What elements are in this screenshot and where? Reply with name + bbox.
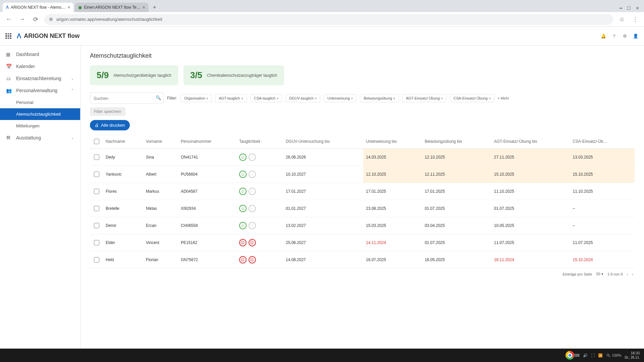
new-tab-button[interactable]: + [150, 3, 159, 12]
browser-tab-inactive[interactable]: ▣ Einen ARIGON NEXT flow Te… × [75, 3, 148, 12]
filter-chip[interactable]: AGT-Einsatz/-Übung▾ [402, 94, 446, 102]
bookmark-icon[interactable]: ☆ [617, 15, 627, 24]
wifi-icon[interactable]: 📶 [598, 353, 603, 358]
os-taskbar: ⌨ 🔊 ⛶ 📶 🔌 100% 16:31Di., 26.11. [0, 349, 644, 362]
notifications-icon[interactable]: 🔔 [600, 33, 606, 39]
filter-chip[interactable]: Belastungsübung▾ [360, 94, 399, 102]
row-checkbox[interactable] [94, 155, 99, 160]
cell-belastung: 12.11.2025 [422, 166, 491, 183]
browser-tab-active[interactable]: Λ ARIGON NEXT flow - Atems… × [3, 3, 73, 12]
tauglichkeit-badge-icon: ☺ [239, 222, 247, 229]
print-all-button[interactable]: 🖨 Alle drucken [90, 120, 130, 130]
sidebar-item-label: Mitteilungen [16, 123, 40, 128]
fullscreen-icon[interactable]: ⛶ [591, 353, 595, 357]
extensions-icon[interactable]: ⋮ [631, 15, 640, 24]
reload-button[interactable]: ⟳ [31, 15, 40, 24]
button-label: Alle drucken [101, 123, 125, 128]
filter-chip[interactable]: DGUV-tauglich▾ [285, 94, 320, 102]
help-icon[interactable]: ? [611, 33, 617, 39]
sidebar-item-mitteilungen[interactable]: Mitteilungen [0, 120, 80, 132]
select-all-checkbox[interactable] [94, 139, 99, 144]
row-checkbox[interactable] [94, 189, 99, 194]
page-size-select[interactable]: 50 ▾ [596, 272, 603, 276]
chevron-down-icon: ▾ [489, 97, 491, 100]
main-content: Atemschutztauglichkeit 5/9 Atemschutzger… [80, 46, 644, 362]
chevron-down-icon: ▾ [441, 97, 443, 100]
col-unterweisung[interactable]: Unterweisung bis [363, 134, 422, 149]
col-personalnummer[interactable]: Personalnummer [178, 134, 236, 149]
col-agt-einsatz[interactable]: AGT-Einsatz/-Übung bis [491, 134, 570, 149]
pager-prev-icon[interactable]: ‹ [627, 272, 628, 276]
more-filters[interactable]: + Mehr [498, 96, 509, 100]
cell-vorname: Niklas [143, 200, 178, 217]
sidebar-item-personal[interactable]: Personal [0, 97, 80, 108]
col-belastung[interactable]: Belastungsübung bis [422, 134, 491, 149]
battery-status[interactable]: 🔌 100% [606, 353, 621, 358]
keyboard-icon[interactable]: ⌨ [574, 353, 580, 358]
close-window-icon[interactable]: ✕ [636, 6, 639, 11]
table-row[interactable]: DemirErcanCH06558☺○13.02.202715.03.20250… [90, 217, 635, 234]
search-icon[interactable]: 🔍 [156, 95, 161, 100]
row-checkbox[interactable] [94, 240, 99, 245]
table-row[interactable]: FloresMarkusAD04587☺○17.01.202717.01.202… [90, 183, 635, 200]
cell-nachname: Flores [103, 183, 143, 200]
browser-tab-strip: Λ ARIGON NEXT flow - Atems… × ▣ Einen AR… [0, 0, 644, 12]
pager-label: Einträge pro Seite [562, 272, 592, 276]
filter-chip[interactable]: CSA-tauglich▾ [250, 94, 282, 102]
cell-dguv: 17.01.2027 [283, 183, 363, 200]
row-checkbox[interactable] [94, 223, 99, 228]
cell-tauglichkeit: ☺○ [236, 166, 283, 183]
sidebar-item-atemschutztauglichkeit[interactable]: Atemschutztauglichkeit [0, 108, 80, 120]
filter-chip[interactable]: AGT-tauglich▾ [215, 94, 247, 102]
sidebar-item-kalender[interactable]: 📅 Kalender [0, 60, 80, 72]
sidebar-item-ausstattung[interactable]: 🛠 Ausstattung ⌄ [0, 132, 80, 144]
table-row[interactable]: YankovicAlbertPU56604☺○10.10.202712.10.2… [90, 166, 635, 183]
minimize-icon[interactable]: ━ [620, 6, 622, 11]
clock[interactable]: 16:31Di., 26.11. [625, 351, 640, 360]
cell-personalnummer: ON41741 [178, 149, 236, 166]
col-tauglichkeit[interactable]: Tauglichkeit↓ [236, 134, 283, 149]
cell-agt-einsatz: 15.10.2025 [491, 166, 570, 183]
cell-personalnummer: CH06558 [178, 217, 236, 234]
sidebar-item-dashboard[interactable]: ▦ Dashboard [0, 48, 80, 60]
app-logo[interactable]: Λ ARIGON NEXT flow [17, 32, 79, 40]
sidebar-item-label: Kalender [16, 64, 35, 69]
col-nachname[interactable]: Nachname [103, 134, 143, 149]
table-row[interactable]: BretelleNiklasXI92934☺○01.01.202723.08.2… [90, 200, 635, 217]
close-tab-icon[interactable]: × [67, 5, 70, 10]
site-settings-icon[interactable]: ⚙ [49, 17, 53, 22]
forward-button[interactable]: → [17, 15, 27, 24]
sidebar-item-personalverwaltung[interactable]: 👥 Personalverwaltung ⌃ [0, 84, 80, 97]
cell-belastung: 01.07.2025 [422, 200, 491, 217]
table-row[interactable]: ElderVincentPE15162☹☹25.06.202714.11.202… [90, 234, 635, 251]
col-dguv[interactable]: DGUV-Untersuchung bis [283, 134, 363, 149]
row-checkbox[interactable] [94, 206, 99, 211]
table-row[interactable]: DedySinaON41741☺○26.06.202614.03.202512.… [90, 149, 635, 166]
row-checkbox[interactable] [94, 257, 99, 262]
settings-icon[interactable]: ⚙ [622, 33, 628, 39]
maximize-icon[interactable]: ☐ [627, 6, 631, 11]
sidebar-item-einsatznachbereitung[interactable]: 🗂 Einsatznachbereitung ⌄ [0, 72, 80, 84]
chevron-down-icon: ⌄ [71, 76, 74, 81]
filter-chip[interactable]: Organisation▾ [180, 94, 212, 102]
row-checkbox[interactable] [94, 172, 99, 177]
sidebar-item-label: Dashboard [16, 52, 39, 57]
table-row[interactable]: HeldFlorianGN75672☹☹14.08.202716.07.2025… [90, 251, 635, 268]
address-bar[interactable]: ⚙ arigon.vomatec.app/verwaltung/atemschu… [44, 14, 613, 25]
search-input[interactable] [90, 93, 164, 104]
cell-csa-einsatz: 15.10.2025 [570, 166, 635, 183]
apps-launcher-icon[interactable] [5, 33, 11, 39]
volume-icon[interactable]: 🔊 [583, 353, 588, 358]
col-vorname[interactable]: Vorname [143, 134, 178, 149]
chevron-down-icon: ▾ [393, 97, 395, 100]
filter-chip[interactable]: Unterweisung▾ [324, 94, 357, 102]
chrome-taskbar-icon[interactable] [566, 351, 574, 360]
pager-next-icon[interactable]: › [632, 272, 633, 276]
tauglichkeit-badge-icon: ○ [249, 188, 256, 195]
col-csa-einsatz[interactable]: CSA-Einsatz/-Üb… [570, 134, 635, 149]
back-button[interactable]: ← [4, 15, 13, 24]
save-filter-button[interactable]: Filter speichern [90, 107, 125, 116]
account-icon[interactable]: 👤 [633, 33, 639, 39]
filter-chip[interactable]: CSA-Einsatz/-Übung▾ [450, 94, 494, 102]
close-tab-icon[interactable]: × [143, 5, 145, 10]
